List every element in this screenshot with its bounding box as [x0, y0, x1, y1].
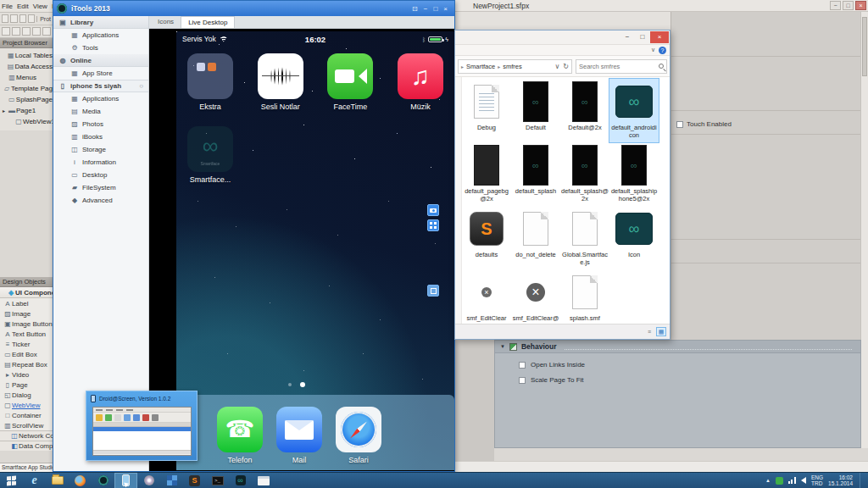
iphone-app[interactable]: FaceTime [327, 53, 373, 111]
toolbar-icon[interactable] [22, 27, 31, 36]
toolbar-icon[interactable] [2, 14, 8, 23]
file-item[interactable]: Default@2x [560, 79, 609, 142]
itools-sidebar-item[interactable]: ▥ iBooks [53, 130, 148, 143]
dock-app-icon[interactable] [336, 407, 381, 452]
inspector-scrollbar[interactable] [860, 12, 868, 461]
component-group[interactable]: ◫ Network Compo [0, 430, 53, 441]
component-item[interactable]: ▸ Video [0, 369, 53, 380]
itools-sidebar-item[interactable]: ▦ Applications [53, 92, 148, 105]
snapshot-button[interactable] [427, 285, 439, 297]
toolbar-icon[interactable] [32, 27, 41, 36]
component-group[interactable]: ◧ Data Component [0, 441, 53, 451]
property-checkbox[interactable] [519, 377, 526, 384]
tree-item[interactable]: ▸ ▬ Page1 [0, 105, 53, 116]
tray-expand-icon[interactable]: ▲ [765, 478, 771, 483]
breadcrumb-segment[interactable]: smfres [503, 63, 522, 70]
itools-tab[interactable]: Icons [151, 16, 181, 28]
tree-item[interactable]: ▦ Local Tables [0, 50, 53, 61]
component-item[interactable]: A Text Button [0, 329, 53, 339]
taskbar-internet-explorer[interactable] [23, 473, 46, 488]
dock-app-icon[interactable] [217, 407, 263, 452]
taskbar-sublime-text[interactable] [183, 473, 206, 488]
close-button[interactable]: × [443, 5, 448, 13]
file-item[interactable]: Debug [462, 79, 511, 142]
component-item[interactable]: ▨ Image [0, 308, 53, 319]
toolbar-icon[interactable] [10, 14, 17, 23]
minimize-button[interactable]: − [830, 1, 841, 10]
tree-item[interactable]: ▥ Menus [0, 72, 53, 83]
app-icon[interactable] [398, 53, 443, 99]
itools-sidebar-item[interactable]: ▦ Applications [53, 29, 148, 42]
list-view-button[interactable]: ≡ [644, 327, 654, 336]
clock[interactable]: 16:02 15.1.2014 [828, 474, 853, 486]
file-item[interactable]: default_androidicon [609, 79, 659, 142]
expand-view-button[interactable] [427, 219, 439, 231]
menu-item[interactable]: Edit [17, 3, 29, 10]
taskbar-device-mirror[interactable] [114, 473, 137, 488]
iphone-app[interactable]: Sesli Notlar [258, 53, 303, 111]
touch-enabled-checkbox[interactable] [676, 121, 683, 128]
taskbar-app-window[interactable] [252, 473, 275, 488]
itools-sidebar-item[interactable]: i Information [53, 156, 148, 169]
component-item[interactable]: ≡ Ticker [0, 339, 53, 349]
component-item[interactable]: ▥ ScrollView [0, 420, 53, 430]
toolbar-icon[interactable] [19, 14, 26, 23]
droidscreen-titlebar[interactable]: Droid@Screen, Version 1.0.2 [86, 391, 197, 405]
toolbar-icon[interactable] [12, 27, 20, 36]
file-item[interactable]: Global.Smartface.js [560, 206, 609, 269]
tree-item[interactable]: ▢ WebView1 [0, 116, 53, 127]
address-dropdown-icon[interactable]: ∨ [554, 63, 559, 70]
behaviour-section-header[interactable]: ▼ Behaviour [495, 341, 860, 353]
itools-sidebar-item[interactable]: ▯ iphone 5s siyah ○ [53, 80, 148, 92]
file-item[interactable]: smf_EditClear@2x [511, 269, 560, 324]
itools-tab[interactable]: Live Desktop [181, 16, 235, 28]
toolbar-icon[interactable] [42, 27, 51, 36]
component-item[interactable]: □ Container [0, 410, 53, 420]
toolbar-icon[interactable] [2, 27, 10, 36]
itools-sidebar-item[interactable]: ▦ App Store [53, 67, 148, 80]
scrollbar-thumb[interactable] [862, 17, 867, 76]
refresh-icon[interactable]: ○ [139, 82, 143, 90]
close-button[interactable]: × [855, 1, 866, 10]
iphone-app-installing[interactable]: Smartface... [187, 126, 233, 184]
itools-sidebar-item[interactable]: ▨ Photos [53, 118, 148, 130]
ribbon-expand-icon[interactable]: ∨ [651, 47, 655, 53]
taskbar-start-button[interactable] [0, 473, 23, 488]
toolbar-icon[interactable] [28, 14, 35, 23]
dock-app[interactable]: Mail [276, 407, 322, 464]
tree-item[interactable]: ▤ Data Access [0, 61, 53, 72]
language-indicator[interactable]: ENG TRD [811, 474, 823, 486]
close-button[interactable]: × [650, 31, 669, 43]
file-item[interactable]: splash.smf [560, 269, 609, 324]
itools-titlebar[interactable]: iTools 2013 ⊡ − □ × [53, 1, 454, 16]
component-item[interactable]: A Label [0, 298, 53, 308]
droidscreen-window[interactable]: Droid@Screen, Version 1.0.2 [86, 391, 198, 461]
iphone-app[interactable]: Ekstra [187, 53, 233, 111]
thumbnail-view-button[interactable]: ▦ [656, 327, 666, 336]
taskbar-remote-app[interactable] [160, 473, 183, 488]
taskbar-firefox[interactable] [69, 473, 92, 488]
taskbar-media-app[interactable] [137, 473, 160, 488]
minimize-button[interactable]: − [620, 31, 635, 43]
property-checkbox[interactable] [519, 362, 526, 369]
taskbar-smartface[interactable] [229, 473, 252, 488]
collapse-arrow-icon[interactable]: ▼ [500, 344, 505, 349]
taskbar-command-prompt[interactable] [206, 473, 229, 488]
itools-sidebar-item[interactable]: ◫ Storage [53, 143, 148, 156]
breadcrumb[interactable]: ▸ Smartface ▸ smfres ∨ ↻ [458, 59, 572, 74]
dock-app[interactable]: Safari [336, 407, 381, 464]
volume-icon[interactable] [801, 477, 806, 484]
help-icon[interactable]: ? [659, 47, 666, 54]
file-item[interactable]: default_pagebg@2x [462, 142, 511, 206]
menu-item[interactable]: File [2, 3, 13, 10]
itools-sidebar-item[interactable]: ◍ Online [53, 54, 148, 67]
show-desktop-button[interactable] [860, 473, 863, 488]
settings-button[interactable]: ⊡ [412, 5, 418, 13]
file-item[interactable]: default_splash [511, 142, 560, 206]
app-icon[interactable] [327, 53, 373, 99]
component-item[interactable]: ▢ WebView [0, 400, 53, 410]
maximize-button[interactable]: □ [433, 5, 437, 13]
explorer-titlebar[interactable]: − □ × [455, 30, 670, 45]
app-icon[interactable] [258, 53, 303, 99]
component-item[interactable]: ▣ Image Button [0, 319, 53, 329]
